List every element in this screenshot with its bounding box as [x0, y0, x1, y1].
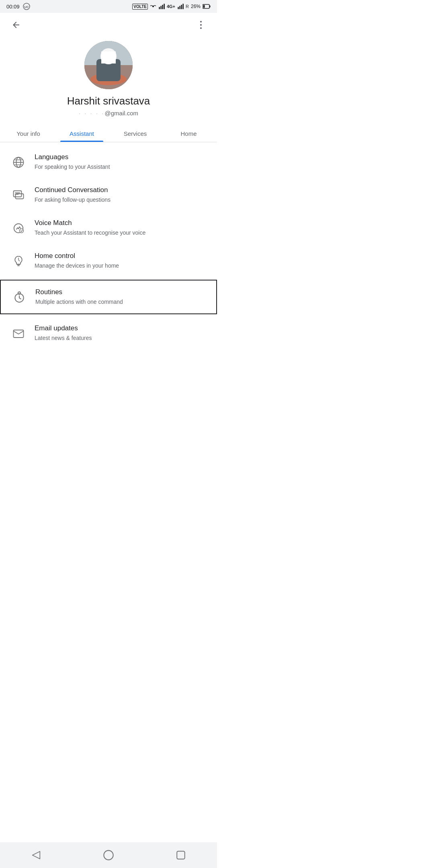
routines-text: Routines Multiple actions with one comma… [35, 288, 207, 305]
voice-icon [10, 219, 27, 237]
routines-item[interactable]: Routines Multiple actions with one comma… [0, 280, 217, 314]
svg-rect-10 [182, 4, 184, 9]
chat-icon [10, 186, 27, 204]
r-label: R [186, 4, 189, 9]
svg-point-17 [90, 73, 127, 85]
svg-rect-20 [101, 51, 116, 63]
profile-section: Harshit srivastava · · · · ·@gmail.com [0, 37, 217, 125]
back-arrow-icon [11, 20, 21, 30]
voice-match-text: Voice Match Teach your Assistant to reco… [35, 219, 207, 236]
email-icon [10, 325, 27, 342]
svg-rect-3 [159, 7, 160, 9]
avatar [84, 41, 133, 89]
svg-rect-9 [181, 5, 182, 9]
status-left: 00:09 UC [6, 3, 30, 10]
avatar-silhouette [84, 41, 133, 89]
dot2 [200, 24, 202, 26]
app-bar [0, 13, 217, 37]
profile-email: · · · · ·@gmail.com [79, 110, 138, 117]
svg-line-38 [19, 298, 21, 299]
svg-rect-14 [84, 41, 133, 89]
svg-rect-13 [203, 5, 205, 8]
continued-conversation-text: Continued Conversation For asking follow… [35, 186, 207, 203]
email-updates-item[interactable]: Email updates Latest news & features [0, 317, 217, 350]
home-control-item[interactable]: Home control Manage the devices in your … [0, 244, 217, 277]
svg-rect-5 [162, 5, 163, 9]
uc-browser-icon: UC [23, 3, 30, 10]
status-bar: 00:09 UC VOLTE 4G+ R 26 [0, 0, 217, 13]
status-right: VOLTE 4G+ R 26% [132, 3, 211, 10]
bulb-icon [10, 252, 27, 270]
svg-rect-7 [178, 7, 179, 9]
routines-icon [10, 289, 28, 306]
svg-rect-8 [179, 6, 180, 9]
tab-home[interactable]: Home [162, 125, 215, 142]
continued-conversation-item[interactable]: Continued Conversation For asking follow… [0, 178, 217, 211]
languages-text: Languages For speaking to your Assistant [35, 153, 207, 170]
settings-list: Languages For speaking to your Assistant… [0, 142, 217, 353]
voice-match-item[interactable]: Voice Match Teach your Assistant to reco… [0, 211, 217, 244]
network-label: 4G+ [167, 4, 175, 9]
tab-your-info[interactable]: Your info [2, 125, 55, 142]
email-domain: @gmail.com [104, 110, 138, 117]
svg-point-31 [20, 229, 24, 233]
signal-icon [158, 3, 165, 10]
svg-rect-16 [84, 65, 133, 89]
svg-line-35 [18, 260, 20, 261]
dot1 [200, 21, 202, 23]
svg-rect-12 [210, 6, 211, 8]
battery-label: 26% [191, 4, 201, 9]
wifi-icon [150, 3, 156, 10]
battery-icon [203, 4, 211, 9]
svg-rect-6 [164, 4, 165, 9]
profile-name: Harshit srivastava [67, 95, 150, 107]
email-updates-text: Email updates Latest news & features [35, 324, 207, 342]
svg-text:UC: UC [24, 5, 29, 9]
bottom-spacer [0, 353, 217, 385]
svg-rect-15 [84, 41, 133, 65]
globe-icon [10, 154, 27, 171]
tab-services[interactable]: Services [108, 125, 162, 142]
avatar-image [84, 41, 133, 89]
volte-icon: VOLTE [132, 4, 148, 10]
languages-item[interactable]: Languages For speaking to your Assistant [0, 145, 217, 178]
tabs-container: Your info Assistant Services Home [0, 125, 217, 142]
time-display: 00:09 [6, 4, 20, 10]
home-control-text: Home control Manage the devices in your … [35, 252, 207, 269]
svg-rect-4 [160, 6, 162, 9]
svg-point-19 [100, 48, 117, 64]
tab-assistant[interactable]: Assistant [55, 125, 108, 142]
more-options-button[interactable] [193, 17, 209, 33]
svg-rect-18 [96, 59, 121, 81]
signal2-icon [177, 3, 184, 10]
dot3 [200, 27, 202, 29]
email-prefix: · · · · · [79, 110, 105, 117]
back-button[interactable] [8, 17, 24, 33]
